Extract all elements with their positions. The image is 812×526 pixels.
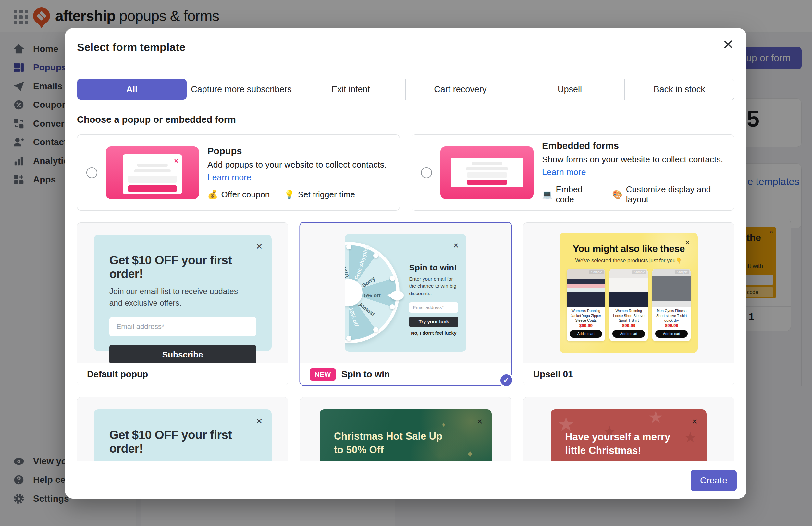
form-type-title: Embedded forms xyxy=(542,141,725,151)
modal-title: Select form template xyxy=(77,41,185,54)
form-type-description: Add popups to your website to collect co… xyxy=(207,160,390,170)
embedded-info: Embedded forms Show forms on your websit… xyxy=(542,141,725,204)
form-type-row: × Popups Add popups to your website to c… xyxy=(77,134,735,211)
default-popup-preview: × Get $10 OFF your first order! Join our… xyxy=(94,410,272,461)
template-name: Spin to win xyxy=(342,369,390,380)
feature-label: Offer coupon xyxy=(221,190,270,200)
template-preview-zone: × Get $10 OFF your first order! Join our… xyxy=(77,397,288,461)
section-heading: Choose a popup or embedded form xyxy=(77,114,735,125)
palette-icon: 🎨 xyxy=(612,190,622,200)
tab-exit-intent[interactable]: Exit intent xyxy=(296,79,406,100)
spin-to-win-preview: × Unlucky! Free shipping Sorry 5% off Al… xyxy=(345,234,466,352)
popups-thumbnail: × xyxy=(106,146,199,199)
christmas-sale-preview: × ✦ ✦ ✦ Christmas Hot Sale Up to 50% Off… xyxy=(320,410,492,461)
template-label-bar: NEW Spin to win xyxy=(300,363,511,385)
embedded-radio[interactable] xyxy=(421,167,432,178)
product-image: Sample xyxy=(567,269,605,307)
template-preview-zone: × You might also like these We've select… xyxy=(523,223,734,363)
wheel-pointer xyxy=(391,291,404,300)
template-name: Default popup xyxy=(87,369,148,380)
preview-title: Spin to win! xyxy=(409,263,461,273)
modal-header: Select form template × xyxy=(65,28,746,67)
tab-capture-more-subscribers[interactable]: Capture more subscribers xyxy=(187,79,296,100)
template-card-upsell-01[interactable]: × You might also like these We've select… xyxy=(523,223,735,385)
form-type-embedded-card[interactable]: Embedded forms Show forms on your websit… xyxy=(411,134,735,211)
preview-title: Christmas Hot Sale Up to 50% Off xyxy=(334,429,451,457)
template-preview-zone: × Unlucky! Free shipping Sorry 5% off Al… xyxy=(300,223,511,363)
create-button[interactable]: Create xyxy=(691,470,737,491)
preview-title: Get $10 OFF your first order! xyxy=(110,428,256,456)
preview-description: Join our email list to receive updates a… xyxy=(110,460,242,461)
feature-label: Customize display and layout xyxy=(626,184,725,204)
spin-form: Spin to win! Enter your email for the ch… xyxy=(409,263,461,336)
template-label-bar: Upsell 01 xyxy=(523,363,734,385)
preview-subtitle: We've selected these products just for y… xyxy=(560,257,698,264)
product-card: Sample Women's Running Jacket Yoga Zippe… xyxy=(567,269,605,341)
modal-footer: Create xyxy=(65,462,746,499)
popups-info: Popups Add popups to your website to col… xyxy=(207,146,390,200)
template-preview-zone: × Get $10 OFF your first order! Join our… xyxy=(77,223,288,363)
template-preview-zone: × ★ ★ ★ ★ ★ ★ ★ ★ ★ Have yourself a merr… xyxy=(523,397,734,461)
screen: aftership popups & forms Home Popups Ema… xyxy=(0,0,812,526)
close-icon: × xyxy=(477,416,482,426)
learn-more-link[interactable]: Learn more xyxy=(542,167,586,177)
preview-description: Join our email list to receive updates a… xyxy=(110,285,242,309)
template-grid-row-2: × Get $10 OFF your first order! Join our… xyxy=(77,397,735,461)
select-form-template-modal: Select form template × All Capture more … xyxy=(65,28,746,499)
form-type-description: Show forms on your website to collect co… xyxy=(542,155,725,165)
preview-title: You might also like these xyxy=(560,243,698,254)
modal-body: All Capture more subscribers Exit intent… xyxy=(65,67,746,461)
tab-upsell[interactable]: Upsell xyxy=(515,79,624,100)
feature-label: Embed code xyxy=(556,184,598,204)
close-icon: × xyxy=(685,238,690,247)
preview-email-input: Email address* xyxy=(409,302,458,313)
form-type-popups-card[interactable]: × Popups Add popups to your website to c… xyxy=(77,134,400,211)
template-category-tabs: All Capture more subscribers Exit intent… xyxy=(77,79,735,100)
template-card-christmas-sale[interactable]: × ✦ ✦ ✦ Christmas Hot Sale Up to 50% Off… xyxy=(300,397,511,461)
popups-radio[interactable] xyxy=(86,167,97,178)
form-type-features: 💰Offer coupon 💡Set trigger time xyxy=(207,190,390,200)
preview-try-luck-button: Try your luck xyxy=(409,316,458,327)
upsell-preview: × You might also like these We've select… xyxy=(560,233,698,353)
template-card-default-popup-2[interactable]: × Get $10 OFF your first order! Join our… xyxy=(77,397,288,461)
template-card-spin-to-win[interactable]: × Unlucky! Free shipping Sorry 5% off Al… xyxy=(300,223,511,385)
product-card: Sample Women Running Loose Short Sleeve … xyxy=(609,269,648,341)
close-icon: × xyxy=(453,241,459,250)
template-grid-row-1: × Get $10 OFF your first order! Join our… xyxy=(77,223,735,385)
preview-title: Have yourself a merry little Christmas! xyxy=(565,430,680,457)
close-icon: × xyxy=(256,415,263,426)
tab-all[interactable]: All xyxy=(77,79,187,100)
add-to-cart-button: Add to cart xyxy=(569,330,602,338)
product-image: Sample xyxy=(609,269,648,307)
tab-back-in-stock[interactable]: Back in stock xyxy=(625,79,734,100)
new-badge: NEW xyxy=(310,368,336,381)
default-popup-preview: × Get $10 OFF your first order! Join our… xyxy=(94,235,272,351)
template-card-merry-christmas[interactable]: × ★ ★ ★ ★ ★ ★ ★ ★ ★ Have yourself a merr… xyxy=(523,397,735,461)
product-card: Sample Men Gyms Fitness Short sleeve T-s… xyxy=(652,269,691,341)
close-icon: × xyxy=(174,157,178,165)
modal-close-icon[interactable]: × xyxy=(723,35,734,53)
template-label-bar: Default popup xyxy=(77,363,288,385)
product-image: Sample xyxy=(652,269,691,307)
form-type-features: 💻Embed code 🎨Customize display and layou… xyxy=(542,184,725,204)
learn-more-link[interactable]: Learn more xyxy=(207,172,251,183)
template-name: Upsell 01 xyxy=(533,369,573,380)
template-card-default-popup[interactable]: × Get $10 OFF your first order! Join our… xyxy=(77,223,288,385)
preview-email-input: Email address* xyxy=(110,317,256,336)
feature-label: Set trigger time xyxy=(298,190,355,200)
money-bag-icon: 💰 xyxy=(207,190,218,200)
preview-description: Enter your email for the chance to win b… xyxy=(409,275,461,297)
tab-cart-recovery[interactable]: Cart recovery xyxy=(406,79,515,100)
close-icon: × xyxy=(256,241,263,252)
merry-christmas-preview: × ★ ★ ★ ★ ★ ★ ★ ★ ★ Have yourself a merr… xyxy=(551,410,707,461)
preview-subscribe-button: Subscribe xyxy=(110,345,256,363)
preview-decline: No, I don't feel lucky xyxy=(409,330,458,336)
template-preview-zone: × ✦ ✦ ✦ Christmas Hot Sale Up to 50% Off… xyxy=(300,397,511,461)
add-to-cart-button: Add to cart xyxy=(612,330,645,338)
selected-check-icon: ✓ xyxy=(499,373,514,388)
close-icon: × xyxy=(692,416,698,426)
add-to-cart-button: Add to cart xyxy=(655,330,688,338)
embedded-thumbnail xyxy=(440,146,534,199)
preview-title: Get $10 OFF your first order! xyxy=(110,254,256,281)
laptop-icon: 💻 xyxy=(542,190,552,200)
